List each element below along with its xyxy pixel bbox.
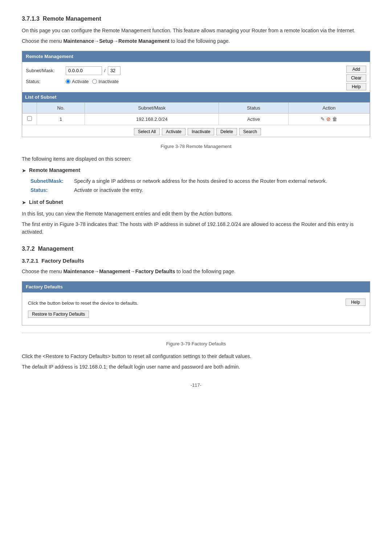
description-section: ➤ Remote Management Subnet/Mask: Specify… — [22, 167, 370, 206]
section-intro-313: On this page you can configure the Remot… — [22, 27, 370, 34]
factory-defaults-panel-header: Factory Defaults — [22, 282, 370, 292]
section-372: 3.7.2 Management 3.7.2.1 Factory Default… — [22, 245, 370, 371]
subnet-def: Specify a single IP address or network a… — [74, 177, 327, 185]
action-header: Action — [288, 102, 369, 114]
description-intro: The following items are displayed on thi… — [22, 155, 370, 163]
subsection-title-3721: 3.7.2.1 Factory Defaults — [22, 257, 370, 265]
factory-defaults-panel: Factory Defaults Click the button below … — [22, 281, 370, 325]
bullet-arrow-icon: ➤ — [22, 167, 26, 175]
list-subnet-bullet: ➤ List of Subnet — [22, 198, 370, 206]
section-title-372: 3.7.2 Management — [22, 245, 370, 253]
list-subnet-body: No. Subnet/Mask Status Action 1 192.168.… — [22, 102, 370, 137]
section-title-313: 3.7.1.3 Remote Management — [22, 15, 370, 23]
remote-management-bullet: ➤ Remote Management — [22, 167, 370, 175]
row-subnet-cell: 192.168.2.0/24 — [85, 114, 219, 125]
row-no-cell: 1 — [37, 114, 85, 125]
delete-icon[interactable]: 🗑 — [332, 115, 337, 123]
activate-radio-label[interactable]: Activate — [66, 78, 89, 85]
activate-radio[interactable] — [66, 79, 70, 84]
subnet-mask-header: Subnet/Mask — [85, 102, 219, 114]
mask-input[interactable] — [108, 66, 121, 75]
list-note1: In this list, you can view the Remote Ma… — [22, 210, 370, 218]
remote-management-panel: Remote Management Subnet/Mask: / Status:… — [22, 51, 370, 137]
factory-note2: The default IP address is 192.168.0.1; t… — [22, 363, 370, 371]
list-note2: The first entry in Figure 3-78 indicates… — [22, 221, 370, 236]
list-subnet-header: List of Subnet — [22, 92, 370, 102]
slash-separator: / — [104, 67, 106, 74]
table-button-row: Select All Activate Inactivate Delete Se… — [22, 125, 370, 137]
panel-buttons: Add Clear Help — [346, 66, 366, 90]
row-checkbox-cell[interactable] — [23, 114, 37, 125]
delete-button[interactable]: Delete — [216, 128, 237, 135]
subnet-table: No. Subnet/Mask Status Action 1 192.168.… — [22, 102, 370, 126]
subnet-mask-label: Subnet/Mask: — [26, 67, 66, 74]
figure-caption-79: Figure 3-79 Factory Defaults — [22, 340, 370, 348]
status-desc-row: Status: Activate or inactivate the entry… — [30, 186, 370, 194]
disable-icon[interactable]: ⊘ — [326, 115, 331, 123]
subnet-mask-inputs: / — [66, 66, 121, 75]
action-icons: ✎ ⊘ 🗑 — [291, 115, 367, 123]
factory-defaults-panel-body: Click the button below to reset the devi… — [22, 292, 370, 325]
no-header: No. — [37, 102, 85, 114]
status-label: Status: — [26, 78, 66, 85]
row-status-cell: Active — [219, 114, 289, 125]
status-header: Status — [219, 102, 289, 114]
status-radio-group: Activate Inactivate — [66, 78, 119, 85]
activate-button[interactable]: Activate — [162, 128, 185, 135]
remote-management-desc-title: Remote Management — [29, 167, 80, 174]
list-subnet-desc-title: List of Subnet — [29, 198, 63, 206]
subnet-term: Subnet/Mask: — [30, 177, 70, 185]
bullet-arrow-icon-2: ➤ — [22, 199, 26, 206]
select-all-button[interactable]: Select All — [134, 128, 160, 135]
nav-instruction-313: Choose the menu Maintenance→Setup→Remote… — [22, 37, 370, 45]
status-term: Status: — [30, 186, 70, 194]
help-button[interactable]: Help — [346, 83, 366, 90]
factory-nav-instruction: Choose the menu Maintenance→Management→F… — [22, 268, 370, 275]
ip-input[interactable] — [66, 66, 102, 75]
row-checkbox[interactable] — [27, 116, 32, 121]
edit-icon[interactable]: ✎ — [320, 115, 325, 123]
subnet-desc-row: Subnet/Mask: Specify a single IP address… — [30, 177, 370, 185]
figure-caption-78: Figure 3-78 Remote Management — [22, 143, 370, 150]
status-def: Activate or inactivate the entry. — [74, 186, 143, 194]
add-button[interactable]: Add — [346, 66, 366, 73]
table-header-row: No. Subnet/Mask Status Action — [23, 102, 370, 114]
subnet-mask-row: Subnet/Mask: / — [26, 66, 341, 75]
table-row: 1 192.168.2.0/24 Active ✎ ⊘ 🗑 — [23, 114, 370, 125]
page-number: -117- — [22, 382, 370, 389]
inactivate-radio[interactable] — [92, 79, 97, 84]
clear-button[interactable]: Clear — [346, 74, 366, 82]
factory-panel-note: Click the button below to reset the devi… — [28, 300, 334, 307]
row-action-cell: ✎ ⊘ 🗑 — [288, 114, 369, 125]
status-row: Status: Activate Inactivate — [26, 78, 341, 85]
factory-help-button-wrapper: Help — [346, 298, 366, 306]
checkbox-header — [23, 102, 37, 114]
inactivate-button[interactable]: Inactivate — [188, 128, 214, 135]
section-divider — [22, 333, 370, 333]
factory-note1: Click the <Restore to Factory Defaults> … — [22, 353, 370, 360]
restore-factory-defaults-button[interactable]: Restore to Factory Defaults — [28, 311, 89, 318]
factory-help-button[interactable]: Help — [346, 299, 366, 306]
search-button[interactable]: Search — [239, 128, 261, 135]
remote-management-panel-header: Remote Management — [22, 51, 370, 62]
remote-management-panel-body: Subnet/Mask: / Status: Activate Inactiva… — [22, 62, 370, 93]
inactivate-radio-label[interactable]: Inactivate — [92, 78, 119, 85]
